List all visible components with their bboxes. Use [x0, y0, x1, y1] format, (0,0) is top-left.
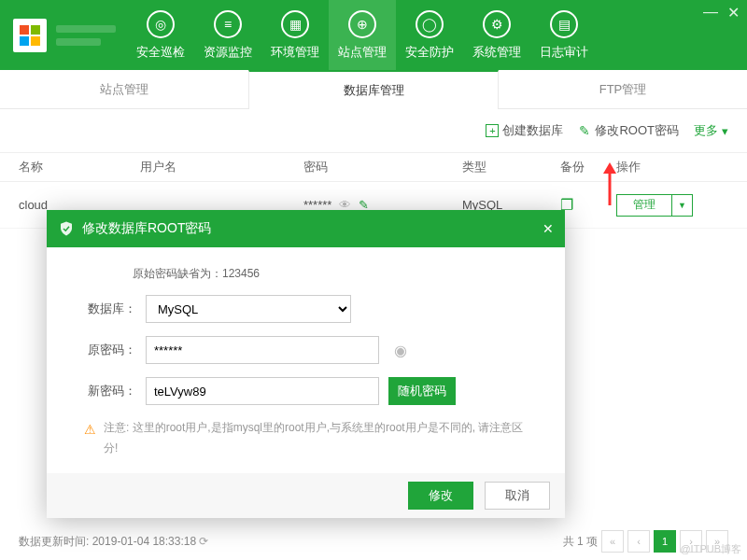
close-icon[interactable]: ✕ [727, 4, 740, 21]
more-menu[interactable]: 更多 ▾ [694, 122, 728, 139]
eye-icon[interactable]: ◉ [394, 342, 407, 359]
subtab-数据库管理[interactable]: 数据库管理 [248, 70, 499, 109]
confirm-button[interactable]: 修改 [408, 482, 473, 510]
watermark: @ITPUB博客 [680, 542, 741, 556]
subtab-FTP管理[interactable]: FTP管理 [499, 70, 747, 108]
warning-note: ⚠ 注意: 这里的root用户,是指mysql里的root用户,与系统里的roo… [84, 418, 528, 458]
refresh-icon[interactable]: ⟳ [199, 535, 208, 548]
nav-安全防护[interactable]: ◯安全防护 [396, 0, 463, 70]
new-password-input[interactable] [146, 377, 379, 405]
nav-icon: ▦ [281, 10, 309, 38]
nav-icon: ◎ [147, 10, 175, 38]
db-select[interactable]: MySQL [146, 295, 351, 323]
cancel-button[interactable]: 取消 [485, 482, 550, 510]
sub-tabs: 站点管理数据库管理FTP管理 [0, 70, 747, 109]
nav-icon: ≡ [214, 10, 242, 38]
new-password-label: 新密码： [84, 383, 136, 399]
shield-icon [58, 220, 75, 237]
nav-资源监控[interactable]: ≡资源监控 [194, 0, 261, 70]
table-header: 名称 用户名 密码 类型 备份 操作 [0, 152, 747, 182]
app-logo [13, 19, 47, 52]
nav-icon: ◯ [416, 10, 444, 38]
old-password-label: 原密码： [84, 342, 136, 358]
main-nav: ◎安全巡检≡资源监控▦环境管理⊕站点管理◯安全防护⚙系统管理▤日志审计 [127, 0, 598, 70]
manage-dropdown[interactable]: ▼ [672, 194, 693, 217]
minimize-icon[interactable]: ― [703, 4, 718, 21]
random-password-button[interactable]: 随机密码 [388, 377, 456, 405]
page-current[interactable]: 1 [654, 530, 676, 553]
create-db-button[interactable]: +创建数据库 [486, 122, 563, 139]
titlebar: ◎安全巡检≡资源监控▦环境管理⊕站点管理◯安全防护⚙系统管理▤日志审计 ― ✕ [0, 0, 747, 70]
nav-icon: ⚙ [483, 10, 511, 38]
db-label: 数据库： [84, 301, 136, 317]
title-placeholder [56, 25, 116, 46]
dialog-close-icon[interactable]: ✕ [543, 221, 554, 236]
nav-系统管理[interactable]: ⚙系统管理 [463, 0, 530, 70]
dialog-title: 修改数据库ROOT密码 [82, 220, 211, 237]
page-first[interactable]: « [601, 530, 624, 553]
toolbar: +创建数据库 ✎修改ROOT密码 更多 ▾ [0, 109, 747, 152]
plus-icon: + [486, 124, 499, 137]
status-bar: 数据更新时间: 2019-01-04 18:33:18 ⟳ 共 1 项 « ‹ … [0, 530, 747, 553]
nav-icon: ⊕ [348, 10, 376, 38]
nav-站点管理[interactable]: ⊕站点管理 [329, 0, 396, 70]
warning-icon: ⚠ [84, 418, 96, 458]
edit-icon: ✎ [578, 124, 591, 137]
manage-button[interactable]: 管理 [616, 194, 672, 217]
modify-root-password-button[interactable]: ✎修改ROOT密码 [578, 122, 679, 139]
old-password-input[interactable] [146, 336, 379, 364]
nav-安全巡检[interactable]: ◎安全巡检 [127, 0, 194, 70]
default-password-hint: 原始密码缺省为：123456 [133, 266, 528, 282]
window-controls: ― ✕ [703, 4, 740, 21]
nav-环境管理[interactable]: ▦环境管理 [261, 0, 329, 70]
subtab-站点管理[interactable]: 站点管理 [0, 70, 248, 108]
caret-down-icon: ▾ [722, 124, 728, 138]
modify-root-password-dialog: 修改数据库ROOT密码 ✕ 原始密码缺省为：123456 数据库： MySQL … [47, 210, 565, 518]
page-prev[interactable]: ‹ [627, 530, 650, 553]
nav-icon: ▤ [550, 10, 578, 38]
nav-日志审计[interactable]: ▤日志审计 [530, 0, 598, 70]
